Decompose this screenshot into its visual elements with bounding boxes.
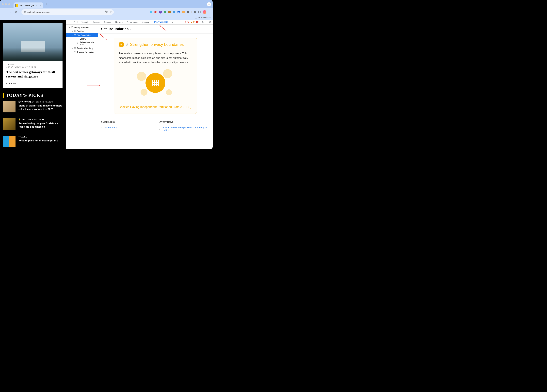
tab-network[interactable]: Network bbox=[114, 20, 124, 24]
more-tabs-button[interactable]: » bbox=[170, 20, 175, 24]
reload-button[interactable]: ⟳ bbox=[14, 10, 19, 14]
tree-cookies[interactable]: ▶ Cookies bbox=[66, 29, 98, 33]
warnings-badge[interactable]: ▲32 bbox=[190, 21, 195, 23]
close-tab-button[interactable]: ✕ bbox=[39, 4, 41, 7]
card-title: Strengthen privacy boundaries bbox=[130, 42, 184, 47]
chips-link[interactable]: Cookies Having Independent Partitioned S… bbox=[119, 105, 191, 109]
svg-rect-15 bbox=[74, 21, 75, 23]
pick-title: What to pack for an overnight trip bbox=[19, 139, 58, 142]
maximize-window-button[interactable] bbox=[8, 3, 10, 5]
devtools-panel: | Elements Console Sources Network Perfo… bbox=[66, 20, 213, 149]
featured-article-card[interactable]: TRAVEL ADVENTURES EVERYWHERE The best wi… bbox=[3, 23, 62, 88]
sets-icon bbox=[77, 42, 79, 45]
google-icon[interactable]: G bbox=[193, 11, 197, 14]
shield-icon bbox=[74, 51, 76, 54]
extension-icon[interactable] bbox=[182, 11, 185, 14]
tab-console[interactable]: Console bbox=[91, 20, 102, 24]
pick-title: Signs of alarm—and reasons to hope—for t… bbox=[19, 104, 62, 111]
svg-point-5 bbox=[155, 11, 156, 13]
all-bookmarks-link[interactable]: All Bookmarks bbox=[198, 16, 211, 19]
settings-icon[interactable]: ⚙ bbox=[202, 21, 204, 23]
boundaries-icon bbox=[74, 34, 76, 36]
tree-private-advertising[interactable]: ▶ Private Advertising bbox=[66, 46, 98, 50]
site-controls-icon[interactable] bbox=[23, 11, 26, 13]
minimize-window-button[interactable] bbox=[5, 3, 7, 5]
svg-rect-3 bbox=[150, 11, 152, 13]
fence-badge-icon bbox=[119, 42, 124, 47]
extension-icon[interactable] bbox=[168, 11, 171, 14]
read-button[interactable]: ≡ READ bbox=[6, 82, 60, 84]
pick-item[interactable]: TRAVEL What to pack for an overnight tri… bbox=[0, 133, 66, 149]
chips-icon bbox=[77, 37, 79, 40]
card-illustration bbox=[137, 70, 174, 98]
devtools-sidebar-tree: ▼ Privacy Sandbox ▶ Cookies ▼ Site Bound… bbox=[66, 25, 98, 149]
extension-icons: 22 34 | G ⋮ bbox=[150, 10, 211, 14]
pick-thumbnail bbox=[3, 136, 15, 147]
browser-tab[interactable]: National Geographic ✕ bbox=[14, 2, 43, 8]
tab-title: National Geographic bbox=[20, 4, 37, 7]
news-link[interactable]: ○ Digiday survey: Why publishers are rea… bbox=[159, 126, 210, 132]
list-icon: ≡ bbox=[6, 82, 8, 84]
mail-icon bbox=[74, 47, 76, 50]
inspect-icon[interactable] bbox=[67, 20, 71, 24]
chrome-menu-button[interactable]: ⋮ bbox=[208, 11, 211, 14]
back-button[interactable]: ← bbox=[2, 10, 7, 14]
new-tab-button[interactable]: + bbox=[45, 2, 49, 7]
url-text: nationalgeographic.com bbox=[27, 11, 50, 13]
calendar-icon[interactable]: 34 bbox=[177, 11, 180, 14]
pick-title: Remembering the year Christmas really di… bbox=[19, 122, 62, 128]
natgeo-favicon bbox=[15, 4, 18, 7]
svg-point-23 bbox=[78, 38, 79, 39]
device-toggle-icon[interactable] bbox=[72, 20, 76, 24]
quick-links-section: QUICK LINKS ○ Report a bug bbox=[101, 121, 152, 132]
errors-badge[interactable]: ⊗27 bbox=[185, 21, 189, 23]
pick-thumbnail bbox=[3, 118, 15, 130]
article-title: The best winter getaways for thrill seek… bbox=[6, 70, 60, 78]
hash-icon: # bbox=[126, 43, 128, 47]
tab-sources[interactable]: Sources bbox=[103, 20, 113, 24]
pick-item[interactable]: ENVIRONMENT2023 IN REVIEW Signs of alarm… bbox=[0, 98, 66, 115]
bookmark-star-icon[interactable]: ☆ bbox=[109, 10, 112, 14]
article-subcategory: ADVENTURES EVERYWHERE bbox=[6, 66, 60, 68]
svg-point-18 bbox=[74, 30, 76, 32]
sidepanel-icon[interactable] bbox=[198, 11, 201, 14]
dropdown-icon[interactable]: ▾ bbox=[130, 28, 131, 30]
devtools-menu-button[interactable]: ⋮ bbox=[205, 20, 208, 24]
report-bug-link[interactable]: ○ Report a bug bbox=[101, 126, 152, 129]
tab-memory[interactable]: Memory bbox=[140, 20, 150, 24]
tree-related-sets[interactable]: Related Website Sets bbox=[66, 41, 98, 46]
close-window-button[interactable] bbox=[2, 3, 4, 5]
latest-news-section: LATEST NEWS ○ Digiday survey: Why publis… bbox=[159, 121, 210, 132]
svg-rect-12 bbox=[200, 11, 201, 13]
tree-privacy-sandbox[interactable]: ▼ Privacy Sandbox bbox=[66, 26, 98, 29]
devtools-main-panel: Site Boundaries ▾ # Strengthen privacy b… bbox=[98, 25, 213, 149]
pick-item[interactable]: 🔒HISTORY & CULTURE Remembering the year … bbox=[0, 115, 66, 133]
bookmarks-bar: All Bookmarks bbox=[0, 16, 213, 20]
search-tabs-button[interactable]: ⌄ bbox=[207, 2, 211, 6]
folder-icon bbox=[195, 16, 197, 19]
eye-off-icon[interactable] bbox=[105, 10, 108, 14]
address-bar[interactable]: nationalgeographic.com ☆ bbox=[21, 9, 114, 15]
tree-tracking-protection[interactable]: ▶ Tracking Protection bbox=[66, 50, 98, 54]
tree-chips[interactable]: CHIPS bbox=[66, 37, 98, 41]
svg-point-2 bbox=[24, 13, 25, 13]
article-hero-image bbox=[3, 23, 62, 61]
close-devtools-button[interactable]: ✕ bbox=[209, 20, 211, 24]
forward-button[interactable]: → bbox=[8, 10, 13, 14]
shield-icon[interactable] bbox=[173, 11, 176, 14]
picks-heading: TODAY'S PICKS bbox=[0, 93, 66, 98]
tab-performance[interactable]: Performance bbox=[125, 20, 140, 24]
svg-point-17 bbox=[72, 27, 72, 27]
tab-elements[interactable]: Elements bbox=[79, 20, 90, 24]
tab-privacy-sandbox[interactable]: Privacy Sandbox bbox=[151, 20, 169, 24]
extensions-menu-icon[interactable] bbox=[187, 11, 190, 14]
check-icon[interactable] bbox=[164, 11, 166, 14]
page-content: TRAVEL ADVENTURES EVERYWHERE The best wi… bbox=[0, 20, 66, 149]
svg-point-1 bbox=[25, 12, 26, 12]
extension-badge-icon[interactable]: 22 bbox=[159, 11, 162, 14]
tree-site-boundaries[interactable]: ▼ Site Boundaries bbox=[66, 33, 98, 37]
extension-icon[interactable] bbox=[150, 11, 153, 14]
issues-badge[interactable]: ▮74 bbox=[196, 21, 200, 23]
opera-icon[interactable] bbox=[154, 11, 157, 14]
profile-avatar[interactable] bbox=[203, 10, 206, 14]
